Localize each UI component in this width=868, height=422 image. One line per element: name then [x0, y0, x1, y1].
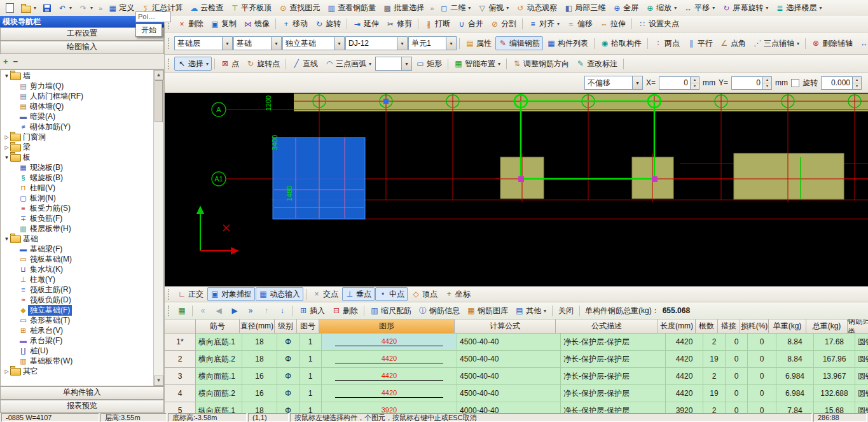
cell-dia[interactable]: 16 — [242, 385, 277, 402]
tree-item[interactable]: ≠砌体加筋(Y) — [1, 122, 154, 132]
edit-rebar-button[interactable]: ✎编辑钢筋 — [495, 36, 543, 50]
cell-name[interactable]: 横向面筋.2 — [196, 385, 242, 402]
delete-aux-axis-button[interactable]: ⊗删除辅轴 — [808, 36, 856, 50]
collapse-icon[interactable]: ▼ — [3, 236, 10, 242]
cell-lap[interactable]: 0 — [726, 351, 748, 368]
cell-unit_w[interactable]: 8.84 — [776, 334, 814, 351]
align-button[interactable]: ≡对齐▾ — [525, 17, 563, 31]
offset-mode-combo[interactable]: 不偏移 ▾ — [584, 76, 643, 90]
rotate-angle-input[interactable]: 0.000 ▴▾ — [821, 76, 862, 90]
cell-dia[interactable]: 18 — [242, 351, 277, 368]
column-header-shape[interactable]: 图形 — [319, 320, 455, 334]
cell-count[interactable]: 19 — [703, 351, 726, 368]
cell-num[interactable]: 1* — [165, 334, 196, 351]
toolbar-handle[interactable] — [168, 306, 171, 316]
table-row[interactable]: 5纵向底筋.118Φ139204000-40-40净长-保护层-保护层39202… — [165, 402, 868, 413]
cell-fig[interactable]: 1 — [300, 351, 322, 368]
select-button[interactable]: ↖选择▾ — [174, 57, 212, 71]
rebar-table-button[interactable]: ▦ — [174, 304, 189, 318]
cell-unit_w[interactable]: 6.984 — [776, 368, 814, 385]
cell-num[interactable]: 2 — [165, 351, 196, 368]
cell-loss[interactable]: 0 — [748, 385, 776, 402]
cell-category[interactable]: 圆钢 — [855, 351, 868, 368]
pan-button[interactable]: ↔平移▾ — [680, 1, 718, 15]
cell-desc[interactable]: 净长-保护层-保护层 — [561, 334, 666, 351]
define-button[interactable]: ▦定义 — [105, 1, 137, 15]
view-rebar-qty-button[interactable]: ▥查看钢筋量 — [324, 1, 379, 15]
cell-total_w[interactable]: 13.967 — [814, 368, 855, 385]
zoom-button[interactable]: ⊕缩放▾ — [642, 1, 680, 15]
next-row-button[interactable]: ▶ — [227, 304, 242, 318]
tree-item[interactable]: §螺旋板(B) — [1, 172, 154, 183]
delete-button[interactable]: ×删除 — [174, 17, 207, 31]
cell-shape[interactable]: 4420 — [322, 334, 457, 351]
collapse-all-icon[interactable]: − — [13, 57, 18, 66]
table-row[interactable]: 1*横向底筋.118Φ144204500-40-40净长-保护层-保护层4420… — [165, 334, 868, 351]
tree-item[interactable]: ▷梁 — [1, 142, 154, 152]
cell-dia[interactable]: 16 — [242, 368, 277, 385]
cell-grade[interactable]: Φ — [277, 334, 300, 351]
cell-lap[interactable]: 0 — [726, 334, 748, 351]
adjust-rebar-direction-button[interactable]: ⇅调整钢筋方向 — [509, 57, 572, 71]
rebar-info-button[interactable]: ⓘ钢筋信息 — [415, 304, 463, 318]
scroll-up-icon[interactable]: ▲ — [154, 70, 163, 80]
undo-button[interactable]: ↶▾ — [55, 1, 75, 15]
cell-len[interactable]: 3920 — [666, 402, 703, 413]
properties-button[interactable]: ▤属性 — [462, 36, 495, 50]
delete-row-button[interactable]: ⊟删除 — [329, 304, 361, 318]
orbit-button[interactable]: ↺动态观察 — [513, 1, 560, 15]
column-header-num[interactable] — [165, 320, 196, 334]
grip-handle[interactable] — [518, 176, 524, 182]
tree-item[interactable]: ≈筏板负筋(D) — [1, 295, 154, 305]
three-point-arc-button[interactable]: ◠三点画弧▾ — [322, 57, 375, 71]
offset-button[interactable]: ≈偏移 — [563, 17, 596, 31]
cell-total_w[interactable]: 167.96 — [814, 351, 855, 368]
tree-item[interactable]: ∐桩(U) — [1, 346, 154, 356]
drawing-input-button[interactable]: 绘图输入 — [0, 41, 164, 54]
overflow-chevron-icon[interactable]: » — [99, 4, 102, 12]
chevron-down-icon[interactable]: ▾ — [222, 37, 232, 50]
cell-fig[interactable]: 1 — [300, 402, 322, 413]
foundation-rects[interactable] — [500, 153, 844, 199]
intersection-snap-toggle[interactable]: ×交点 — [309, 287, 341, 301]
chevron-down-icon[interactable]: ▾ — [334, 37, 344, 50]
cell-lap[interactable]: 0 — [726, 368, 748, 385]
tree-item[interactable]: ▤人防门框墙(RF) — [1, 91, 154, 101]
local-3d-button[interactable]: ◧局部三维 — [561, 1, 609, 15]
chevron-down-icon[interactable]: ▾ — [632, 76, 642, 89]
toolbar-handle[interactable] — [168, 59, 171, 69]
floor-select-combo[interactable]: 基础层▾ — [174, 36, 233, 50]
cell-grade[interactable]: Φ — [277, 368, 300, 385]
column-header-len[interactable]: 长度(mm) — [658, 320, 696, 334]
cell-grade[interactable]: Φ — [277, 385, 300, 402]
cell-count[interactable]: 2 — [703, 402, 726, 413]
tree-item[interactable]: ▭筏板基础(M) — [1, 254, 154, 264]
cell-category[interactable]: 圆钢 — [855, 334, 868, 351]
column-header-count[interactable]: 根数 — [696, 320, 718, 334]
move-button[interactable]: +移动 — [279, 17, 311, 31]
trim-button[interactable]: ✂修剪 — [383, 17, 415, 31]
cad-canvas[interactable]: A A1 3400 1480 1200 — [165, 93, 868, 286]
other-button[interactable]: ▤其他▾ — [512, 304, 549, 318]
copy-button[interactable]: ▣复制 — [207, 17, 240, 31]
element-name-combo[interactable]: DJ-12▾ — [345, 36, 408, 50]
cell-unit_w[interactable]: 8.84 — [776, 351, 814, 368]
cell-fig[interactable]: 1 — [300, 334, 322, 351]
component-list-button[interactable]: ▦构件列表 — [544, 36, 591, 50]
expand-icon[interactable]: ▷ — [3, 134, 10, 140]
y-coordinate-input[interactable]: 0 ▴▾ — [731, 76, 772, 90]
cell-formula[interactable]: 4500-40-40 — [457, 368, 561, 385]
cell-loss[interactable]: 0 — [748, 334, 776, 351]
redo-button[interactable]: ↷▾ — [76, 1, 96, 15]
cell-fig[interactable]: 1 — [300, 385, 322, 402]
cell-desc[interactable]: 净长-保护层-保护层 — [561, 368, 666, 385]
spinner-arrows-icon[interactable]: ▴▾ — [852, 77, 861, 89]
cell-total_w[interactable]: 15.68 — [814, 402, 855, 413]
break-button[interactable]: ∦打断 — [421, 17, 453, 31]
collapse-icon[interactable]: ▼ — [3, 73, 10, 79]
column-header-grade[interactable]: 级别 — [275, 320, 297, 334]
report-preview-button[interactable]: 报表预览 — [0, 400, 164, 413]
tree-item[interactable]: ⊓柱帽(V) — [1, 183, 154, 193]
cell-count[interactable]: 2 — [703, 334, 726, 351]
collapse-icon[interactable]: ▼ — [3, 155, 10, 160]
